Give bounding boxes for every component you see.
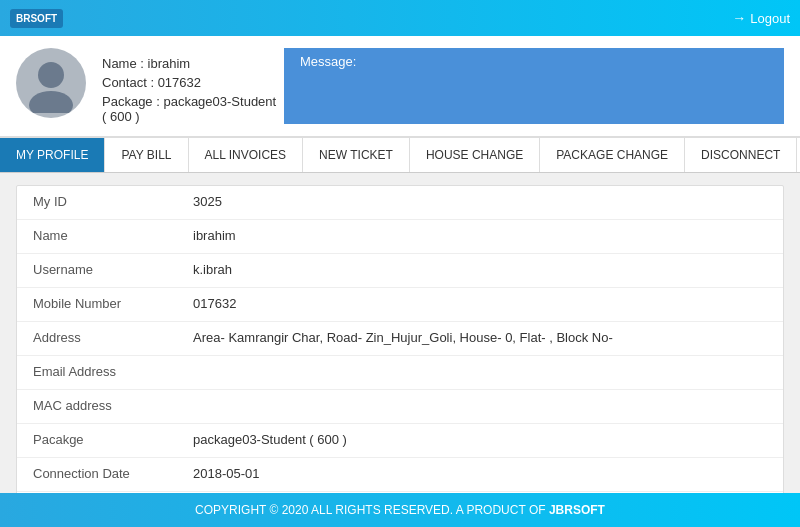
table-row: Email Address [17,356,783,390]
table-row: Nameibrahim [17,220,783,254]
field-value: 2018-05-01 [177,458,276,491]
footer-text: COPYRIGHT © 2020 ALL RIGHTS RESERVED. A … [195,503,549,517]
avatar-icon [21,53,81,113]
svg-point-0 [38,62,64,88]
tab-all-invoices[interactable]: ALL INVOICES [189,138,304,172]
logout-button[interactable]: → Logout [732,10,790,26]
profile-table: My ID3025NameibrahimUsernamek.ibrahMobil… [16,185,784,527]
field-value [177,390,209,423]
tab-my-profile[interactable]: MY PROFILE [0,138,105,172]
svg-point-1 [29,91,73,113]
field-label: Mobile Number [17,288,177,321]
main-content: My ID3025NameibrahimUsernamek.ibrahMobil… [0,173,800,527]
tab-new-ticket[interactable]: NEW TICKET [303,138,410,172]
top-bar: BRSOFT → Logout [0,0,800,36]
field-label: Name [17,220,177,253]
field-value: ibrahim [177,220,252,253]
logo: BRSOFT [10,9,63,28]
field-value: k.ibrah [177,254,248,287]
message-label: Message: [300,54,356,69]
table-row: Connection Date2018-05-01 [17,458,783,492]
table-row: AddressArea- Kamrangir Char, Road- Zin_H… [17,322,783,356]
field-value: 017632 [177,288,252,321]
footer: COPYRIGHT © 2020 ALL RIGHTS RESERVED. A … [0,493,800,527]
tab-pay-bill[interactable]: PAY BILL [105,138,188,172]
field-value: Area- Kamrangir Char, Road- Zin_Hujur_Go… [177,322,629,355]
table-row: Pacakgepackage03-Student ( 600 ) [17,424,783,458]
profile-contact: Contact : 017632 [102,75,284,90]
table-row: Usernamek.ibrah [17,254,783,288]
field-label: Connection Date [17,458,177,491]
field-label: Username [17,254,177,287]
table-row: My ID3025 [17,186,783,220]
message-box: Message: [284,48,784,124]
field-label: Pacakge [17,424,177,457]
tab-package-change[interactable]: PACKAGE CHANGE [540,138,685,172]
table-row: Mobile Number017632 [17,288,783,322]
field-value: package03-Student ( 600 ) [177,424,363,457]
field-label: My ID [17,186,177,219]
logout-icon: → [732,10,746,26]
field-label: Address [17,322,177,355]
tab-house-change[interactable]: HOUSE CHANGE [410,138,540,172]
field-label: MAC address [17,390,177,423]
tab-disconnect[interactable]: DISCONNECT [685,138,797,172]
profile-name: Name : ibrahim [102,56,284,71]
table-row: MAC address [17,390,783,424]
field-value [177,356,209,389]
footer-brand: JBRSOFT [549,503,605,517]
profile-package: Package : package03-Student ( 600 ) [102,94,284,124]
profile-info: Name : ibrahim Contact : 017632 Package … [102,48,284,124]
logout-label: Logout [750,11,790,26]
avatar [16,48,86,118]
nav-tabs: MY PROFILEPAY BILLALL INVOICESNEW TICKET… [0,137,800,173]
field-value: 3025 [177,186,238,219]
profile-section: Name : ibrahim Contact : 017632 Package … [0,36,800,137]
field-label: Email Address [17,356,177,389]
